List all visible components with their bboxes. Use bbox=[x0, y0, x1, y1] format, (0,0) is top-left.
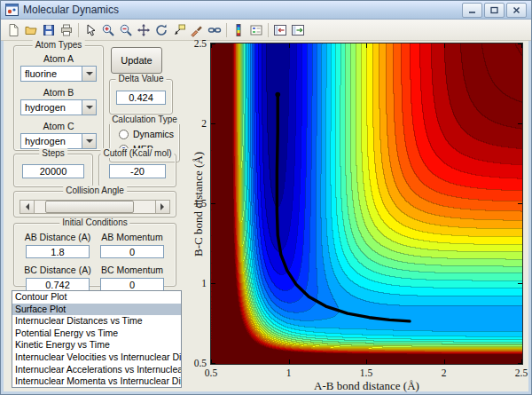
steps-input[interactable]: 20000 bbox=[22, 164, 84, 178]
combo-value: hydrogen bbox=[21, 136, 66, 146]
list-item[interactable]: Surface Plot bbox=[12, 304, 181, 316]
zoom-in-icon[interactable] bbox=[99, 21, 117, 39]
panel-title: Cutoff (Kcal/ mol) bbox=[100, 148, 174, 158]
app-window: Molecular Dynamics Atom Types Atom Afluo… bbox=[0, 0, 532, 395]
ic-label: AB Distance (A) bbox=[23, 232, 92, 243]
panel-title: Atom Types bbox=[33, 40, 85, 50]
cutoff-panel: Cutoff (Kcal/ mol) -20 bbox=[98, 154, 176, 187]
x-axis-label: A-B bond distance (Å) bbox=[314, 379, 419, 393]
cutoff-input[interactable]: -20 bbox=[109, 164, 166, 178]
panel-title: Collision Angle bbox=[63, 186, 127, 195]
hide-plot-tools-icon[interactable] bbox=[271, 21, 289, 39]
maximize-button[interactable] bbox=[484, 3, 505, 18]
x-tick-label: 0.5 bbox=[205, 367, 217, 378]
slider-right-arrow-icon[interactable] bbox=[155, 201, 169, 213]
panel-title: Steps bbox=[39, 148, 67, 158]
figure-toolbar bbox=[1, 20, 531, 41]
zoom-out-icon[interactable] bbox=[117, 21, 135, 39]
y-tick-label: 0.5 bbox=[183, 358, 207, 368]
x-tick-label: 1 bbox=[286, 367, 292, 378]
edit-plot-icon[interactable] bbox=[82, 21, 99, 39]
rotate-3d-icon[interactable] bbox=[153, 21, 170, 39]
panel-title: Initial Conditions bbox=[59, 217, 129, 227]
list-item[interactable]: Internuclear Velocities vs Internuclear … bbox=[12, 352, 181, 364]
combo-value: fluorine bbox=[21, 68, 57, 79]
steps-panel: Steps 20000 bbox=[13, 154, 93, 187]
panel-title: Delta Value bbox=[116, 74, 167, 83]
list-item[interactable]: Internuclear Accelerations vs Internucle… bbox=[12, 364, 181, 376]
collision-angle-slider[interactable] bbox=[20, 200, 170, 214]
pes-surface-canvas[interactable] bbox=[210, 43, 523, 365]
data-cursor-icon[interactable] bbox=[170, 21, 188, 39]
link-plot-icon[interactable] bbox=[206, 21, 223, 39]
x-tick-label: 2.5 bbox=[515, 367, 528, 378]
print-figure-icon[interactable] bbox=[58, 21, 75, 39]
collision-angle-panel: Collision Angle bbox=[13, 191, 176, 217]
new-figure-icon[interactable] bbox=[4, 21, 22, 39]
delta-value-panel: Delta Value 0.424 bbox=[109, 79, 173, 115]
panel-title: Calculation Type bbox=[109, 115, 180, 124]
atom-combo-atom-b[interactable]: hydrogen bbox=[20, 99, 97, 115]
x-tick-label: 1.5 bbox=[360, 367, 372, 378]
combo-value: hydrogen bbox=[21, 102, 66, 113]
plot-type-listbox[interactable]: Contour PlotSurface PlotInternuclear Dis… bbox=[12, 290, 182, 388]
toolbar-separator bbox=[78, 23, 79, 37]
ic-input[interactable]: 0 bbox=[100, 245, 164, 258]
chevron-down-icon[interactable] bbox=[82, 134, 96, 148]
x-tick-label: 2 bbox=[442, 367, 447, 378]
chevron-down-icon[interactable] bbox=[82, 67, 96, 81]
ic-input[interactable]: 0.742 bbox=[26, 278, 90, 291]
radio-label: Dynamics bbox=[133, 129, 174, 139]
titlebar[interactable]: Molecular Dynamics bbox=[1, 1, 531, 20]
y-tick-label: 2 bbox=[183, 118, 207, 129]
atom-label: Atom B bbox=[14, 87, 103, 99]
ic-field: AB Distance (A)1.8 bbox=[23, 232, 92, 265]
minimize-button[interactable] bbox=[462, 3, 482, 18]
initial-conditions-panel: Initial Conditions AB Distance (A)1.8AB … bbox=[13, 223, 176, 287]
atom-types-panel: Atom Types Atom AfluorineAtom BhydrogenA… bbox=[13, 45, 104, 151]
ic-label: BC Distance (A) bbox=[23, 265, 92, 276]
save-figure-icon[interactable] bbox=[40, 21, 58, 39]
app-icon bbox=[5, 4, 19, 16]
atom-label: Atom A bbox=[14, 53, 103, 65]
toolbar-separator bbox=[226, 23, 227, 37]
chevron-down-icon[interactable] bbox=[82, 100, 96, 115]
ic-label: BC Momentum bbox=[98, 265, 167, 276]
show-plot-tools-icon[interactable] bbox=[289, 21, 307, 39]
ic-input[interactable]: 0 bbox=[100, 278, 164, 291]
list-item[interactable]: Internuclear Distances vs Time bbox=[12, 315, 181, 328]
radio-unselected-icon[interactable] bbox=[119, 130, 129, 139]
radio-dynamics[interactable]: Dynamics bbox=[119, 129, 179, 139]
toolbar-separator bbox=[268, 23, 269, 37]
ic-input[interactable]: 1.8 bbox=[26, 245, 90, 258]
window-title: Molecular Dynamics bbox=[23, 4, 119, 16]
pan-icon[interactable] bbox=[135, 21, 153, 39]
contour-plot: A-B bond distance (Å) B-C bond distance … bbox=[210, 43, 523, 365]
y-tick-label: 1 bbox=[183, 278, 207, 288]
list-item[interactable]: Contour Plot bbox=[12, 291, 181, 304]
brush-data-icon[interactable] bbox=[188, 21, 206, 39]
insert-legend-icon[interactable] bbox=[247, 21, 265, 39]
slider-thumb[interactable] bbox=[45, 201, 134, 213]
y-tick-label: 1.5 bbox=[183, 198, 207, 209]
ic-field: AB Momentum0 bbox=[98, 232, 167, 265]
list-item[interactable]: Potential Energy vs Time bbox=[12, 328, 181, 340]
ic-label: AB Momentum bbox=[98, 232, 167, 243]
slider-track[interactable] bbox=[35, 201, 155, 213]
atom-combo-atom-a[interactable]: fluorine bbox=[20, 66, 97, 82]
slider-left-arrow-icon[interactable] bbox=[20, 201, 35, 213]
insert-colorbar-icon[interactable] bbox=[230, 21, 247, 39]
list-item[interactable]: Internuclear Momenta vs Internuclear Dis… bbox=[12, 375, 181, 388]
delta-value-input[interactable]: 0.424 bbox=[116, 91, 166, 105]
window-controls bbox=[462, 3, 527, 18]
atom-label: Atom C bbox=[14, 121, 103, 132]
atom-combo-atom-c[interactable]: hydrogen bbox=[20, 133, 97, 149]
open-file-icon[interactable] bbox=[22, 21, 40, 39]
list-item[interactable]: Kinetic Energy vs Time bbox=[12, 339, 181, 352]
close-button[interactable] bbox=[506, 3, 527, 18]
y-tick-label: 2.5 bbox=[183, 38, 207, 49]
update-button[interactable]: Update bbox=[111, 47, 162, 74]
